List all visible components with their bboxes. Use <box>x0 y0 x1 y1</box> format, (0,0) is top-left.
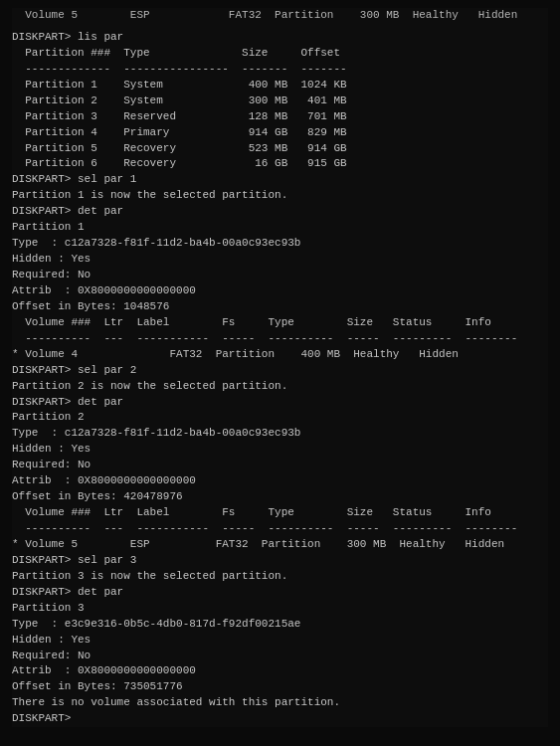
terminal-content: DISKPART> lis par Partition ### Type Siz… <box>12 30 548 727</box>
terminal-line: Hidden : Yes <box>12 252 548 268</box>
top-status-bar: Volume 5 ESP FAT32 Partition 300 MB Heal… <box>12 8 548 24</box>
terminal-line: Required: No <box>12 458 548 473</box>
terminal-line: Type : c12a7328-f81f-11d2-ba4b-00a0c93ec… <box>12 236 548 252</box>
terminal-line: Partition 2 System 300 MB 401 MB <box>12 93 548 109</box>
terminal-line: DISKPART> sel par 1 <box>12 172 548 188</box>
terminal-line: Partition 3 <box>12 601 548 617</box>
terminal-line: * Volume 4 FAT32 Partition 400 MB Health… <box>12 347 548 363</box>
terminal-line: DISKPART> det par <box>12 585 548 601</box>
terminal-line: ---------- --- ----------- ----- -------… <box>12 521 548 537</box>
terminal-line: DISKPART> sel par 2 <box>12 363 548 379</box>
terminal-line: Required: No <box>12 649 548 664</box>
terminal-line: Offset in Bytes: 1048576 <box>12 299 548 315</box>
terminal-line: Volume ### Ltr Label Fs Type Size Status… <box>12 505 548 521</box>
terminal-line: There is no volume associated with this … <box>12 695 548 711</box>
terminal-line: Partition 4 Primary 914 GB 829 MB <box>12 125 548 141</box>
terminal-line: Partition 1 is now the selected partitio… <box>12 188 548 204</box>
terminal-line: Hidden : Yes <box>12 442 548 458</box>
terminal-line: Partition 3 Reserved 128 MB 701 MB <box>12 109 548 125</box>
terminal-line: DISKPART> det par <box>12 204 548 220</box>
terminal-line: Partition 2 <box>12 410 548 426</box>
terminal-line: Partition 1 <box>12 220 548 236</box>
terminal-line: Attrib : 0X8000000000000000 <box>12 663 548 679</box>
terminal-line: DISKPART> <box>12 711 548 727</box>
terminal-line: Required: No <box>12 268 548 283</box>
terminal-line: Offset in Bytes: 420478976 <box>12 489 548 505</box>
terminal-line: Type : c12a7328-f81f-11d2-ba4b-00a0c93ec… <box>12 426 548 442</box>
terminal-line: Partition ### Type Size Offset <box>12 46 548 62</box>
terminal-line: DISKPART> sel par 3 <box>12 553 548 569</box>
terminal-line: Partition 3 is now the selected partitio… <box>12 569 548 585</box>
terminal-line: * Volume 5 ESP FAT32 Partition 300 MB He… <box>12 537 548 553</box>
terminal-line: Partition 1 System 400 MB 1024 KB <box>12 78 548 93</box>
terminal-line: Offset in Bytes: 735051776 <box>12 679 548 695</box>
terminal-line: DISKPART> lis par <box>12 30 548 46</box>
terminal-line: Type : e3c9e316-0b5c-4db0-817d-f92df0021… <box>12 617 548 633</box>
terminal-line: Hidden : Yes <box>12 633 548 649</box>
terminal-line: Attrib : 0X8000000000000000 <box>12 283 548 299</box>
terminal-line: ---------- --- ----------- ----- -------… <box>12 331 548 347</box>
terminal-line: Volume ### Ltr Label Fs Type Size Status… <box>12 315 548 331</box>
terminal-line: Attrib : 0X8000000000000000 <box>12 473 548 489</box>
terminal-line: Partition 2 is now the selected partitio… <box>12 379 548 395</box>
terminal-line: Partition 5 Recovery 523 MB 914 GB <box>12 141 548 157</box>
terminal-line: Partition 6 Recovery 16 GB 915 GB <box>12 156 548 172</box>
terminal-line: DISKPART> det par <box>12 395 548 411</box>
terminal-line: ------------- ---------------- ------- -… <box>12 62 548 78</box>
terminal-window: Volume 5 ESP FAT32 Partition 300 MB Heal… <box>12 8 548 727</box>
